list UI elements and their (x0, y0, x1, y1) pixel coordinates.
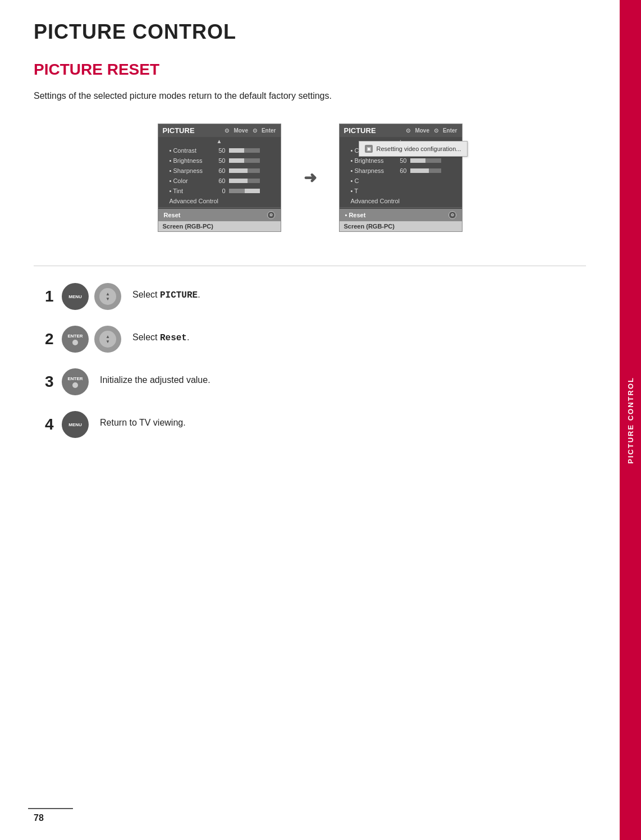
enter-label: Enter (262, 127, 276, 134)
main-content: PICTURE CONTROL PICTURE RESET Settings o… (0, 0, 620, 487)
enter-button-2[interactable]: ENTER (62, 326, 89, 353)
brightness-value: 50 (212, 157, 226, 164)
enter-circle-icon-r: ⊙ (434, 127, 438, 134)
color-bar (229, 179, 260, 183)
step-1-controls: 1 MENU ▲ ▼ (45, 283, 121, 310)
step-3-number: 3 (45, 373, 56, 391)
advanced-label: Advanced Control (170, 198, 218, 204)
divider (34, 266, 586, 266)
panel-right-title: PICTURE (344, 126, 376, 135)
step-2-text: Select Reset. (132, 326, 189, 343)
panel-right-controls: ⊙ Move ⊙ Enter (406, 127, 457, 134)
reset-label: Reset (164, 212, 181, 218)
panel-left-header: PICTURE ⊙ Move ⊙ Enter (158, 124, 281, 137)
nav-inner-2: ▲ ▼ (99, 331, 116, 348)
step-1-text: Select PICTURE. (132, 283, 200, 300)
section-title: PICTURE RESET (34, 61, 586, 79)
menu-button-4[interactable]: MENU (62, 411, 89, 438)
brightness-label: • Brightness (170, 157, 212, 164)
arrow-right-icon: ➜ (304, 168, 317, 187)
nav-down-icon: ▼ (106, 297, 110, 302)
menu-label-4: MENU (68, 422, 82, 427)
step-4-number: 4 (45, 416, 56, 433)
row-sharpness-r: • Sharpness 60 (340, 166, 462, 176)
top-indicator: ▲ (158, 137, 281, 145)
sharpness-bar-r (410, 168, 441, 173)
enter-label-2: ENTER (67, 334, 83, 339)
row-tint-r: • T (340, 186, 462, 196)
nav-circle-2: ▲ ▼ (94, 326, 121, 353)
tint-value: 0 (212, 188, 226, 194)
enter-button-3[interactable]: ENTER (62, 368, 89, 395)
contrast-bar (229, 148, 260, 153)
panels-area: PICTURE ⊙ Move ⊙ Enter ▲ • Contrast 50 (34, 124, 586, 232)
reset-label-r: • Reset (345, 212, 366, 218)
enter-dot-3 (72, 382, 78, 388)
row-color: • Color 60 (158, 176, 281, 186)
color-label: • Color (170, 177, 212, 184)
nav-arrows-1: ▲ ▼ (106, 292, 110, 302)
color-value: 60 (212, 177, 226, 184)
sharpness-bar (229, 168, 260, 173)
panel-divider-r (340, 207, 462, 208)
nav-up-icon-2: ▲ (106, 335, 110, 339)
row-advanced: Advanced Control (158, 196, 281, 206)
nav-up-icon: ▲ (106, 292, 110, 296)
contrast-label: • Contrast (170, 147, 212, 154)
panel-right-footer: Screen (RGB-PC) (340, 221, 462, 231)
contrast-value: 50 (212, 147, 226, 154)
panel-left-footer: Screen (RGB-PC) (158, 221, 281, 231)
nav-down-icon-2: ▼ (106, 340, 110, 344)
step-1-number: 1 (45, 287, 56, 305)
panel-left: PICTURE ⊙ Move ⊙ Enter ▲ • Contrast 50 (158, 124, 281, 232)
step-2: 2 ENTER ▲ ▼ Select Reset. (45, 326, 586, 353)
panel-divider (158, 207, 281, 208)
reset-circle-icon-r: ⊙ (448, 211, 456, 219)
brightness-bar-r (410, 158, 441, 163)
toast-notification: ▣ Resetting video configuration... (359, 141, 467, 157)
row-advanced-r: Advanced Control (340, 196, 462, 206)
brightness-bar (229, 158, 260, 163)
enter-label-r: Enter (443, 127, 457, 134)
menu-button-1[interactable]: MENU (62, 283, 89, 310)
step-2-controls: 2 ENTER ▲ ▼ (45, 326, 121, 353)
step-4: 4 MENU Return to TV viewing. (45, 411, 586, 438)
sidebar: PICTURE CONTROL (620, 0, 641, 840)
description: Settings of the selected picture modes r… (34, 91, 586, 101)
color-label-r: • C (351, 177, 393, 184)
step-4-text: Return to TV viewing. (100, 411, 186, 428)
sidebar-label: PICTURE CONTROL (626, 377, 635, 464)
reset-circle-icon: ⊙ (267, 211, 275, 219)
toast-icon: ▣ (365, 145, 373, 153)
step-4-controls: 4 MENU (45, 411, 89, 438)
advanced-label-r: Advanced Control (351, 198, 400, 204)
panel-left-title: PICTURE (163, 126, 195, 135)
sharpness-value-r: 60 (393, 167, 407, 174)
row-sharpness: • Sharpness 60 (158, 166, 281, 176)
toast-text: Resetting video configuration... (376, 145, 461, 152)
page-number: 78 (34, 813, 44, 823)
sharpness-label: • Sharpness (170, 167, 212, 174)
tint-label-r: • T (351, 188, 393, 194)
move-icon: ⊙ (225, 127, 229, 134)
move-icon-r: ⊙ (406, 127, 410, 134)
row-contrast: • Contrast 50 (158, 145, 281, 156)
step-1: 1 MENU ▲ ▼ Select PICTURE. (45, 283, 586, 310)
menu-label-1: MENU (68, 294, 82, 299)
panel-left-controls: ⊙ Move ⊙ Enter (225, 127, 276, 134)
enter-circle-icon: ⊙ (253, 127, 257, 134)
nav-circle-1: ▲ ▼ (94, 283, 121, 310)
nav-arrows-2: ▲ ▼ (106, 335, 110, 344)
nav-inner-1: ▲ ▼ (99, 288, 116, 305)
panel-reset-row: Reset ⊙ (158, 209, 281, 221)
panel-right: PICTURE ⊙ Move ⊙ Enter ▲ • Contrast 50 (339, 124, 463, 232)
enter-label-3: ENTER (67, 376, 83, 381)
tint-bar (229, 189, 260, 193)
row-brightness-r: • Brightness 50 (340, 156, 462, 166)
row-color-r: • C (340, 176, 462, 186)
page-number-line (28, 808, 73, 809)
step-3: 3 ENTER Initialize the adjusted value. (45, 368, 586, 395)
steps-area: 1 MENU ▲ ▼ Select PICTURE. (34, 283, 586, 438)
panel-left-body: ▲ • Contrast 50 • Brightness 50 (158, 137, 281, 221)
sharpness-value: 60 (212, 167, 226, 174)
